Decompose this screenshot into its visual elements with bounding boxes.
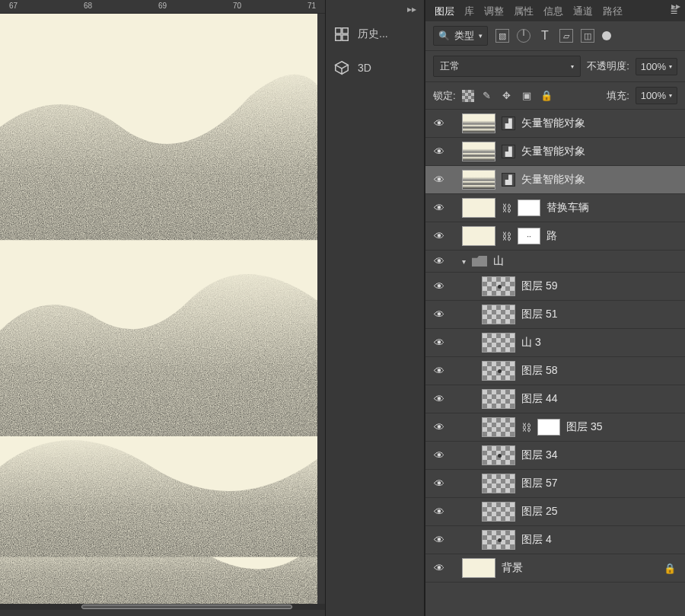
- filter-type-icon[interactable]: T: [538, 29, 552, 43]
- visibility-toggle-icon[interactable]: 👁: [432, 477, 447, 490]
- layer-row[interactable]: 👁图层 51: [425, 301, 685, 329]
- tab-channels[interactable]: 通道: [573, 5, 593, 18]
- visibility-toggle-icon[interactable]: 👁: [432, 202, 447, 214]
- layer-row[interactable]: 👁▟矢量智能对象: [425, 166, 685, 194]
- lock-brush-icon[interactable]: ✎: [480, 89, 494, 103]
- layer-row[interactable]: 👁图层 25: [425, 498, 685, 526]
- opacity-input[interactable]: 100% ▾: [636, 58, 677, 75]
- layer-name[interactable]: 山: [493, 254, 504, 268]
- tab-layers[interactable]: 图层: [435, 5, 454, 18]
- lock-transparency-icon[interactable]: [462, 90, 474, 102]
- layer-name[interactable]: 图层 4: [521, 533, 552, 547]
- tab-paths[interactable]: 路径: [603, 5, 623, 18]
- lock-position-icon[interactable]: ✥: [500, 89, 514, 103]
- layer-thumbnail[interactable]: [482, 417, 515, 437]
- lock-artboard-icon[interactable]: ▣: [520, 89, 534, 103]
- visibility-toggle-icon[interactable]: 👁: [432, 230, 447, 242]
- visibility-toggle-icon[interactable]: 👁: [432, 337, 447, 349]
- layer-thumbnail[interactable]: [462, 170, 495, 190]
- link-mask-icon[interactable]: ⛓: [502, 231, 511, 242]
- layer-row[interactable]: 👁▟矢量智能对象: [425, 110, 685, 138]
- layer-name[interactable]: 图层 59: [521, 279, 557, 293]
- visibility-toggle-icon[interactable]: 👁: [432, 562, 447, 574]
- layer-name[interactable]: 图层 51: [521, 308, 557, 321]
- layer-thumbnail[interactable]: [462, 113, 495, 133]
- layer-name[interactable]: 图层 57: [521, 477, 557, 490]
- layer-thumbnail[interactable]: [482, 276, 515, 296]
- folder-caret-icon[interactable]: ▾: [462, 257, 466, 266]
- layer-name[interactable]: 图层 25: [521, 505, 557, 519]
- layer-name[interactable]: 背景: [502, 561, 523, 575]
- mask-thumbnail[interactable]: [518, 199, 540, 216]
- collapse-panel-icon[interactable]: ▸▸: [671, 3, 680, 9]
- layer-thumbnail[interactable]: [482, 445, 515, 465]
- layer-row[interactable]: 👁背景🔒: [425, 554, 685, 582]
- layer-name[interactable]: 路: [546, 229, 557, 243]
- layer-thumbnail[interactable]: [482, 530, 515, 550]
- horizontal-scrollbar[interactable]: [0, 604, 325, 610]
- mask-thumbnail[interactable]: ··: [518, 228, 540, 244]
- layer-name[interactable]: 矢量智能对象: [521, 173, 585, 187]
- link-mask-icon[interactable]: ⛓: [502, 203, 511, 214]
- layer-thumbnail[interactable]: [462, 142, 495, 161]
- layer-name[interactable]: 替换车辆: [546, 201, 589, 215]
- layer-row[interactable]: 👁图层 59: [425, 273, 685, 301]
- tab-adjustments[interactable]: 调整: [484, 5, 504, 18]
- filter-shape-icon[interactable]: ▱: [559, 29, 573, 43]
- fill-input[interactable]: 100% ▾: [636, 87, 677, 104]
- layer-thumbnail[interactable]: [482, 502, 515, 522]
- document-canvas[interactable]: [0, 14, 317, 610]
- layer-row[interactable]: 👁▾山: [425, 251, 685, 273]
- layer-row[interactable]: 👁⛓替换车辆: [425, 194, 685, 222]
- visibility-toggle-icon[interactable]: 👁: [432, 506, 447, 518]
- layer-thumbnail[interactable]: [482, 333, 515, 353]
- layer-name[interactable]: 山 3: [521, 336, 541, 349]
- layer-name[interactable]: 图层 34: [521, 448, 557, 462]
- layer-thumbnail[interactable]: [462, 558, 495, 578]
- visibility-toggle-icon[interactable]: 👁: [432, 117, 447, 129]
- tab-properties[interactable]: 属性: [514, 5, 534, 18]
- layer-row[interactable]: 👁图层 44: [425, 385, 685, 413]
- layer-thumbnail[interactable]: [482, 474, 515, 493]
- layer-row[interactable]: 👁⛓图层 35: [425, 413, 685, 442]
- layer-thumbnail[interactable]: [482, 305, 515, 324]
- visibility-toggle-icon[interactable]: 👁: [432, 365, 447, 377]
- filter-pixel-icon[interactable]: ▧: [495, 29, 509, 43]
- expand-dock-icon[interactable]: ▸▸: [407, 6, 416, 12]
- 3d-panel-toggle[interactable]: 3D: [329, 53, 421, 82]
- lock-all-icon[interactable]: 🔒: [540, 89, 553, 103]
- tab-libraries[interactable]: 库: [464, 5, 474, 18]
- layer-row[interactable]: 👁▟矢量智能对象: [425, 138, 685, 166]
- layer-name[interactable]: 图层 58: [521, 364, 557, 378]
- tab-info[interactable]: 信息: [543, 5, 563, 18]
- visibility-toggle-icon[interactable]: 👁: [432, 308, 447, 321]
- visibility-toggle-icon[interactable]: 👁: [432, 534, 447, 546]
- visibility-toggle-icon[interactable]: 👁: [432, 255, 447, 267]
- layer-row[interactable]: 👁图层 57: [425, 470, 685, 498]
- layer-row[interactable]: 👁⛓··路: [425, 222, 685, 251]
- layer-thumbnail[interactable]: [462, 198, 495, 218]
- visibility-toggle-icon[interactable]: 👁: [432, 280, 447, 292]
- link-mask-icon[interactable]: ⛓: [521, 422, 531, 433]
- filter-smart-icon[interactable]: ◫: [581, 29, 594, 43]
- visibility-toggle-icon[interactable]: 👁: [432, 145, 447, 158]
- layer-thumbnail[interactable]: [482, 361, 515, 381]
- visibility-toggle-icon[interactable]: 👁: [432, 174, 447, 186]
- filter-toggle-switch[interactable]: [602, 31, 611, 40]
- layer-thumbnail[interactable]: [482, 389, 515, 409]
- layer-name[interactable]: 矢量智能对象: [521, 116, 585, 130]
- visibility-toggle-icon[interactable]: 👁: [432, 393, 447, 405]
- layer-row[interactable]: 👁图层 34: [425, 442, 685, 470]
- blend-mode-select[interactable]: 正常 ▾: [433, 56, 581, 77]
- mask-thumbnail[interactable]: [537, 419, 560, 436]
- layer-name[interactable]: 图层 44: [521, 392, 557, 406]
- layer-thumbnail[interactable]: [462, 226, 495, 246]
- layer-name[interactable]: 图层 35: [566, 420, 602, 434]
- visibility-toggle-icon[interactable]: 👁: [432, 421, 447, 433]
- history-panel-toggle[interactable]: 历史...: [329, 20, 421, 49]
- layer-row[interactable]: 👁图层 4: [425, 526, 685, 554]
- layer-row[interactable]: 👁图层 58: [425, 357, 685, 385]
- layer-name[interactable]: 矢量智能对象: [521, 145, 585, 158]
- visibility-toggle-icon[interactable]: 👁: [432, 449, 447, 461]
- layer-row[interactable]: 👁山 3: [425, 329, 685, 357]
